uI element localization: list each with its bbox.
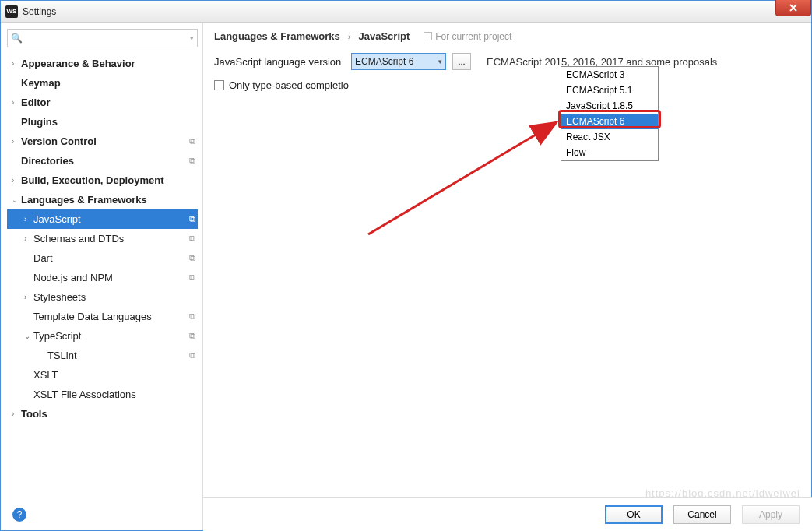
sidebar-item-languages-frameworks[interactable]: ⌄Languages & Frameworks: [7, 190, 198, 209]
search-input[interactable]: [26, 33, 190, 44]
dropdown-toggle-icon[interactable]: ▾: [190, 34, 194, 42]
annotation-arrow-icon: [365, 121, 566, 237]
svg-line-0: [368, 122, 557, 234]
tree-item-label: Editor: [21, 97, 187, 108]
cancel-button[interactable]: Cancel: [673, 505, 731, 524]
sidebar-item-node-js-and-npm[interactable]: Node.js and NPM⧉: [7, 268, 198, 287]
project-scope-icon: ⧉: [187, 234, 198, 244]
window-title: Settings: [23, 6, 56, 17]
tree-arrow-icon: ›: [12, 98, 21, 107]
tree-item-label: JavaScript: [33, 213, 187, 225]
settings-tree[interactable]: ›Appearance & BehaviorKeymap›EditorPlugi…: [7, 54, 198, 526]
version-dropdown-list[interactable]: ECMAScript 3ECMAScript 5.1JavaScript 1.8…: [561, 66, 659, 161]
sidebar-item-tslint[interactable]: TSLint⧉: [7, 346, 198, 365]
tree-item-label: Directories: [21, 155, 187, 167]
tree-item-label: TSLint: [47, 350, 187, 361]
tree-item-label: Stylesheets: [33, 291, 187, 303]
project-scope-icon: ⧉: [187, 156, 198, 166]
sidebar-item-tools[interactable]: ›Tools: [7, 404, 198, 424]
tree-arrow-icon: ›: [12, 176, 21, 185]
tree-arrow-icon: ›: [24, 234, 33, 243]
tree-arrow-icon: ›: [24, 293, 33, 301]
project-scope-icon: ⧉: [187, 214, 198, 224]
tree-item-label: Plugins: [21, 116, 187, 128]
sidebar-item-template-data-languages[interactable]: Template Data Languages⧉: [7, 307, 198, 326]
tree-item-label: Build, Execution, Deployment: [21, 174, 187, 186]
tree-item-label: Languages & Frameworks: [21, 194, 187, 206]
search-icon: 🔍: [11, 33, 23, 44]
checkbox[interactable]: [214, 80, 224, 90]
chevron-down-icon: ▾: [438, 58, 442, 65]
project-scope-icon: [424, 32, 432, 40]
project-scope-icon: ⧉: [187, 136, 198, 146]
sidebar-item-version-control[interactable]: ›Version Control⧉: [7, 132, 198, 151]
tree-item-label: Template Data Languages: [33, 311, 187, 322]
sidebar-item-schemas-and-dtds[interactable]: ›Schemas and DTDs⧉: [7, 229, 198, 248]
project-scope-icon: ⧉: [187, 253, 198, 263]
chevron-right-icon: ›: [348, 32, 351, 41]
tree-item-label: Node.js and NPM: [33, 272, 187, 283]
project-scope-icon: ⧉: [187, 273, 198, 283]
apply-button: Apply: [742, 505, 800, 524]
more-options-button[interactable]: ...: [452, 53, 471, 70]
content-area: 🔍 ▾ ›Appearance & BehaviorKeymap›EditorP…: [1, 23, 811, 530]
project-scope-icon: ⧉: [187, 331, 198, 341]
tree-item-label: XSLT: [33, 369, 187, 381]
tree-arrow-icon: ›: [24, 215, 33, 223]
close-icon: [789, 3, 798, 12]
dropdown-option-ecmascript-6[interactable]: ECMAScript 6: [561, 114, 658, 129]
search-field[interactable]: 🔍 ▾: [7, 29, 198, 47]
completion-checkbox-row[interactable]: Only type-based completio: [214, 79, 800, 91]
sidebar-item-typescript[interactable]: ⌄TypeScript⧉: [7, 326, 198, 346]
tree-arrow-icon: ›: [12, 59, 21, 68]
sidebar: 🔍 ▾ ›Appearance & BehaviorKeymap›EditorP…: [1, 23, 203, 530]
help-button[interactable]: ?: [12, 508, 26, 522]
sidebar-item-keymap[interactable]: Keymap: [7, 73, 198, 93]
sidebar-item-xslt[interactable]: XSLT: [7, 365, 198, 385]
sidebar-item-xslt-file-associations[interactable]: XSLT File Associations: [7, 385, 198, 404]
tree-arrow-icon: ⌄: [12, 195, 21, 204]
sidebar-item-stylesheets[interactable]: ›Stylesheets: [7, 287, 198, 307]
project-scope-icon: ⧉: [187, 350, 198, 360]
language-version-row: JavaScript language version ECMAScript 6…: [214, 51, 800, 72]
project-scope-icon: ⧉: [187, 311, 198, 322]
tree-item-label: Appearance & Behavior: [21, 58, 187, 69]
breadcrumb-seg-1[interactable]: Languages & Frameworks: [214, 30, 340, 42]
chk-lbl-pre: Only type-based: [229, 79, 305, 91]
sidebar-item-dart[interactable]: Dart⧉: [7, 248, 198, 268]
breadcrumb-seg-2[interactable]: JavaScript: [359, 30, 410, 42]
sidebar-item-plugins[interactable]: Plugins: [7, 112, 198, 132]
tree-item-label: Keymap: [21, 77, 187, 89]
checkbox-label: Only type-based completio: [229, 79, 349, 91]
tree-item-label: XSLT File Associations: [33, 389, 187, 400]
sidebar-item-javascript[interactable]: ›JavaScript⧉: [7, 209, 198, 229]
tree-arrow-icon: ›: [12, 137, 21, 146]
settings-window: WS Settings 🔍 ▾ ›Appearance & BehaviorKe…: [0, 0, 812, 531]
sidebar-item-build-execution-deployment[interactable]: ›Build, Execution, Deployment: [7, 171, 198, 190]
version-select[interactable]: ECMAScript 6 ▾: [351, 53, 446, 70]
tree-arrow-icon: ⌄: [24, 332, 33, 340]
main-panel: Languages & Frameworks › JavaScript For …: [203, 23, 811, 530]
tree-item-label: Dart: [33, 252, 187, 264]
close-button[interactable]: [775, 0, 811, 16]
dropdown-option-ecmascript-3[interactable]: ECMAScript 3: [561, 67, 658, 83]
version-select-value: ECMAScript 6: [355, 56, 413, 67]
sidebar-item-appearance-behavior[interactable]: ›Appearance & Behavior: [7, 54, 198, 73]
dropdown-option-react-jsx[interactable]: React JSX: [561, 129, 658, 145]
ok-button[interactable]: OK: [605, 505, 663, 524]
context-text: For current project: [435, 31, 511, 42]
sidebar-item-directories[interactable]: Directories⧉: [7, 151, 198, 171]
dropdown-option-flow[interactable]: Flow: [561, 145, 658, 160]
sidebar-item-editor[interactable]: ›Editor: [7, 93, 198, 112]
dialog-footer: OK Cancel Apply: [203, 497, 812, 531]
tree-item-label: Schemas and DTDs: [33, 233, 187, 244]
tree-item-label: TypeScript: [33, 330, 187, 342]
tree-item-label: Version Control: [21, 135, 187, 147]
dropdown-option-javascript-1-8-5[interactable]: JavaScript 1.8.5: [561, 98, 658, 114]
breadcrumb: Languages & Frameworks › JavaScript For …: [214, 30, 800, 42]
chk-lbl-post: ompletio: [311, 79, 349, 91]
tree-item-label: Tools: [21, 408, 187, 420]
app-icon: WS: [5, 5, 18, 18]
version-label: JavaScript language version: [214, 56, 351, 68]
dropdown-option-ecmascript-5-1[interactable]: ECMAScript 5.1: [561, 83, 658, 98]
